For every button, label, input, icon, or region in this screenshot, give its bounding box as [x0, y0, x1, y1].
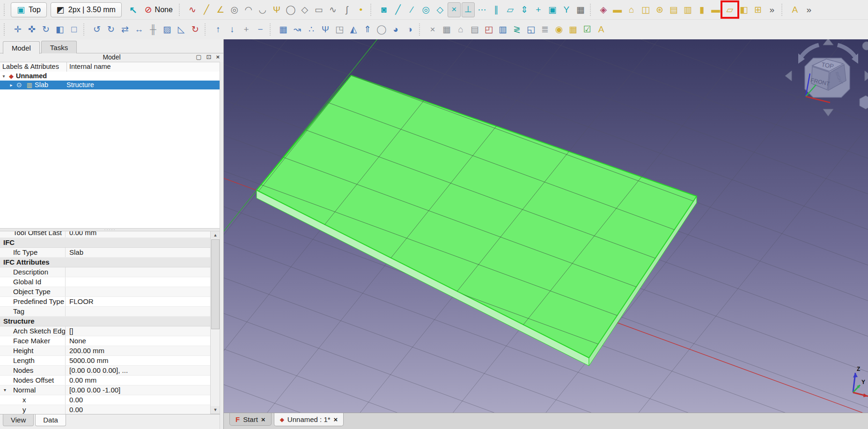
- arch-window-icon[interactable]: ◫: [639, 3, 652, 17]
- property-row-nodes-offset[interactable]: Nodes Offset0.00 mm: [0, 376, 210, 385]
- arch-wall-icon[interactable]: ▤: [667, 3, 680, 17]
- property-value[interactable]: [66, 307, 210, 316]
- expander-icon[interactable]: ▾: [1, 72, 7, 81]
- property-row-tool-offset-last[interactable]: Tool Offset Last0.00 mm: [0, 231, 210, 238]
- draft-point-icon[interactable]: •: [354, 3, 368, 17]
- section-plane-icon[interactable]: ▤: [468, 22, 481, 37]
- property-value[interactable]: Slab: [66, 248, 210, 257]
- sketch-icon[interactable]: ▦: [440, 22, 453, 37]
- property-row-global-id[interactable]: Global Id: [0, 277, 210, 287]
- navcube-minicube-icon[interactable]: [860, 96, 868, 109]
- property-row-arch-sketch-edges[interactable]: Arch Sketch Edges[]: [0, 326, 210, 336]
- property-value[interactable]: 200.00 mm: [66, 346, 210, 355]
- move-down-icon[interactable]: ↓: [226, 22, 239, 37]
- property-row-length[interactable]: Length5000.00 mm: [0, 356, 210, 366]
- undo-view-icon[interactable]: ↺: [90, 22, 103, 37]
- property-value[interactable]: FLOOR: [66, 297, 210, 306]
- shape2d-icon[interactable]: ⌂: [454, 22, 467, 37]
- draft-fillet-icon[interactable]: ∿: [186, 3, 199, 17]
- boolean-icon[interactable]: ◑: [403, 22, 416, 37]
- snap-extension-icon[interactable]: ∥: [490, 3, 503, 17]
- draft-point-tools-icon[interactable]: Ψ: [270, 3, 283, 17]
- draft-arc-3points-icon[interactable]: ◡: [256, 3, 269, 17]
- property-value[interactable]: [66, 277, 210, 287]
- snap-angle-icon[interactable]: ◇: [434, 3, 447, 17]
- toolbar-drag-handle[interactable]: [4, 4, 8, 16]
- arch-curtainwall-icon[interactable]: ▥: [681, 3, 694, 17]
- autogroup-button[interactable]: ⊘ None: [141, 3, 177, 17]
- view-cube-icon[interactable]: □: [67, 22, 81, 37]
- arch-panel-icon[interactable]: ⊞: [751, 3, 765, 17]
- property-row-ifc-type[interactable]: Ifc TypeSlab: [0, 248, 210, 258]
- redo-view-icon[interactable]: ↻: [104, 22, 118, 37]
- arch-slab-icon[interactable]: ▱: [723, 3, 736, 17]
- snap-ortho-icon[interactable]: +: [532, 3, 545, 17]
- tab-model[interactable]: Model: [3, 41, 40, 54]
- snap-axes-icon[interactable]: Y: [560, 3, 573, 17]
- close-icon[interactable]: ×: [261, 415, 265, 423]
- snap-perpendicular-icon[interactable]: ⊥: [462, 2, 475, 17]
- navcube-arrow-left-icon[interactable]: [785, 71, 792, 81]
- draft-rectangle-icon[interactable]: ▭: [312, 3, 325, 17]
- plane-align-icon[interactable]: ◺: [175, 22, 188, 37]
- scene-canvas[interactable]: [224, 39, 868, 413]
- property-group-ifc[interactable]: IFC: [0, 238, 210, 248]
- remove-icon[interactable]: −: [254, 22, 267, 37]
- arch-reference-icon[interactable]: ▬: [611, 3, 624, 17]
- apply-style-button[interactable]: ↖: [125, 3, 141, 17]
- arch-door-icon[interactable]: ◧: [737, 3, 750, 17]
- annotation-text-icon[interactable]: A: [788, 3, 802, 17]
- draft-line-icon[interactable]: ╱: [200, 3, 213, 17]
- snap-dimensions-icon[interactable]: ⇕: [518, 3, 531, 17]
- tab-data[interactable]: Data: [35, 414, 66, 426]
- arch-building-icon[interactable]: ⌂: [625, 3, 638, 17]
- tab-tasks[interactable]: Tasks: [41, 41, 77, 53]
- sphere-icon[interactable]: ◯: [375, 22, 388, 37]
- tree-row-document[interactable]: ▾ ◆ Unnamed: [0, 72, 220, 81]
- draft-bezier-icon[interactable]: ∫: [340, 3, 353, 17]
- snap-lock-icon[interactable]: ◙: [377, 3, 390, 17]
- draft-arc-icon[interactable]: ◠: [242, 3, 255, 17]
- property-value[interactable]: [0.00 0.00 0.00], ...: [66, 366, 210, 375]
- property-row-nodes[interactable]: Nodes[0.00 0.00 0.00], ...: [0, 366, 210, 376]
- dock-minimize-icon[interactable]: ▢: [196, 53, 201, 60]
- point-array-icon[interactable]: ∴: [305, 22, 318, 37]
- path-array-icon[interactable]: ↝: [291, 22, 304, 37]
- property-row-description[interactable]: Description: [0, 267, 210, 277]
- property-row-height[interactable]: Height200.00 mm: [0, 346, 210, 356]
- expander-icon[interactable]: ▸: [8, 81, 14, 89]
- select-box-icon[interactable]: ▨: [161, 22, 174, 37]
- draft-bspline-icon[interactable]: ∿: [326, 3, 339, 17]
- schedule-icon[interactable]: ▦: [566, 22, 580, 37]
- annotation-styles-icon[interactable]: A: [595, 22, 608, 37]
- arch-column-icon[interactable]: ▮: [695, 3, 708, 17]
- scroll-down-icon[interactable]: ▼: [211, 406, 220, 414]
- toolbar-drag-handle-2[interactable]: [4, 23, 8, 36]
- add-icon[interactable]: +: [240, 22, 253, 37]
- property-value[interactable]: [0.00 0.00 -1.00]: [66, 385, 210, 395]
- property-value[interactable]: []: [66, 326, 210, 336]
- property-value[interactable]: 0.00: [66, 405, 210, 414]
- tab-document-unnamed[interactable]: ◆ Unnamed : 1* ×: [274, 413, 344, 426]
- property-group-structure[interactable]: Structure: [0, 317, 210, 326]
- draft-polyline-icon[interactable]: ∠: [214, 3, 227, 17]
- tab-start-page[interactable]: F Start ×: [229, 413, 272, 426]
- snap-intersection-icon[interactable]: ×: [448, 2, 461, 17]
- property-row-predefined-type[interactable]: Predefined TypeFLOOR: [0, 297, 210, 307]
- mirror-icon[interactable]: ◭: [347, 22, 360, 37]
- property-value[interactable]: [66, 267, 210, 277]
- navcube-arrow-down-icon[interactable]: [823, 109, 833, 116]
- rotate-snap-icon[interactable]: ↻: [189, 22, 202, 37]
- view-axonometric-icon[interactable]: ◧: [53, 22, 66, 37]
- draft-ellipse-icon[interactable]: ◯: [284, 3, 297, 17]
- array-icon[interactable]: ▦: [277, 22, 290, 37]
- align-horizontal-icon[interactable]: ⇄: [118, 22, 132, 37]
- move-up-icon[interactable]: ↑: [212, 22, 225, 37]
- check-document-icon[interactable]: ☑: [581, 22, 594, 37]
- pages-icon[interactable]: ◱: [524, 22, 537, 37]
- collapse-icon[interactable]: ▾: [4, 385, 6, 395]
- property-row-face-maker[interactable]: Face MakerNone: [0, 336, 210, 346]
- dock-float-icon[interactable]: ⊡: [206, 53, 212, 60]
- navigation-cube[interactable]: TOP FRONT RIGHT: [780, 39, 868, 121]
- view-rotate-icon[interactable]: ↻: [39, 22, 52, 37]
